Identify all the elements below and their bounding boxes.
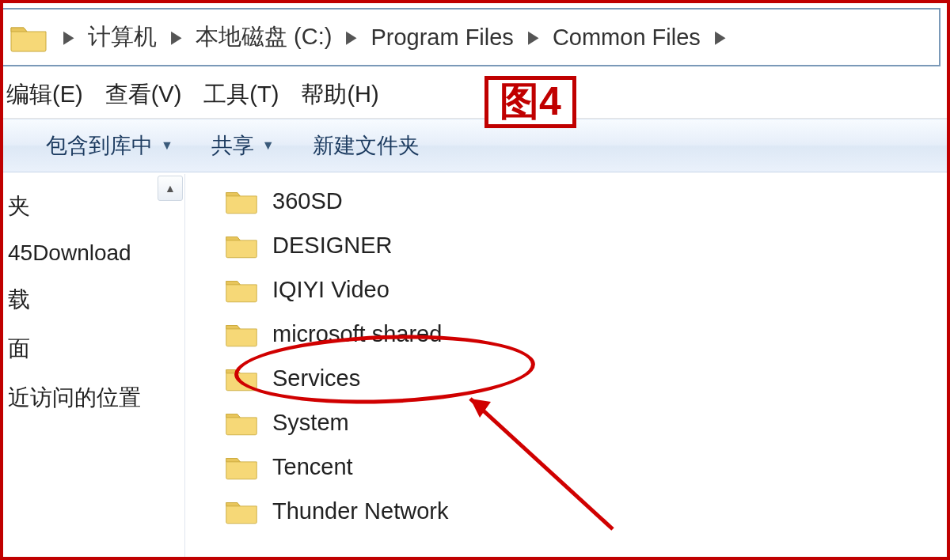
chevron-right-icon[interactable]: ▶ (63, 27, 74, 47)
folder-icon (10, 20, 48, 55)
folder-icon (225, 363, 258, 393)
folder-icon (225, 496, 258, 526)
folder-item[interactable]: Thunder Network (225, 489, 947, 533)
breadcrumb-item[interactable]: 计算机 (83, 21, 162, 53)
folder-name: 360SD (272, 188, 343, 214)
folder-name: Tencent (272, 454, 353, 480)
breadcrumb-item[interactable]: 本地磁盘 (C:) (191, 21, 336, 53)
sidebar-item[interactable]: 面 (3, 324, 184, 373)
menu-edit[interactable]: 编辑(E) (3, 74, 102, 115)
folder-name: microsoft shared (272, 321, 442, 347)
folder-item[interactable]: System (225, 400, 947, 445)
toolbar-label: 新建文件夹 (313, 131, 420, 160)
folder-name: System (272, 410, 349, 436)
breadcrumb-item[interactable]: Common Files (548, 25, 705, 51)
chevron-right-icon[interactable]: ▶ (715, 27, 726, 47)
chevron-right-icon[interactable]: ▶ (171, 27, 182, 47)
folder-icon (225, 319, 258, 349)
toolbar-label: 共享 (211, 131, 254, 160)
figure-label-annotation: 图4 (484, 76, 576, 128)
folder-icon (225, 274, 258, 305)
menu-tools[interactable]: 工具(T) (200, 74, 298, 115)
chevron-right-icon[interactable]: ▶ (528, 27, 539, 47)
folder-item[interactable]: microsoft shared (225, 312, 947, 356)
folder-icon (225, 452, 258, 482)
folder-name: Thunder Network (272, 498, 448, 524)
chevron-right-icon[interactable]: ▶ (346, 27, 357, 47)
folder-item[interactable]: DESIGNER (225, 223, 947, 267)
sidebar-item[interactable]: 载 (3, 275, 184, 324)
folder-icon (225, 230, 258, 260)
caret-down-icon: ▼ (161, 138, 173, 153)
sidebar-item[interactable]: 近访问的位置 (3, 373, 184, 422)
sidebar-item[interactable]: 45Download (3, 231, 184, 275)
folder-item[interactable]: Tencent (225, 445, 947, 489)
scroll-up-button[interactable]: ▲ (158, 176, 183, 201)
folder-item[interactable]: Services (225, 356, 947, 400)
caret-down-icon: ▼ (262, 138, 275, 153)
menu-help[interactable]: 帮助(H) (298, 74, 397, 115)
folder-name: Services (272, 365, 360, 392)
navigation-pane[interactable]: ▲ 夹 45Download 载 面 近访问的位置 (3, 174, 185, 557)
folder-item[interactable]: IQIYI Video (225, 267, 947, 312)
breadcrumb-item[interactable]: Program Files (366, 25, 519, 51)
address-bar[interactable]: ▶ 计算机 ▶ 本地磁盘 (C:) ▶ Program Files ▶ Comm… (3, 8, 940, 66)
menu-bar: 编辑(E) 查看(V) 工具(T) 帮助(H) (3, 71, 947, 119)
toolbar-include-in-library[interactable]: 包含到库中 ▼ (27, 128, 192, 163)
folder-item[interactable]: 360SD (225, 179, 947, 223)
toolbar-label: 包含到库中 (46, 131, 153, 160)
folder-icon (225, 186, 258, 216)
menu-view[interactable]: 查看(V) (102, 74, 201, 115)
folder-name: IQIYI Video (272, 277, 390, 303)
folder-icon (225, 407, 258, 437)
toolbar: 包含到库中 ▼ 共享 ▼ 新建文件夹 (3, 119, 947, 172)
file-list[interactable]: 360SD DESIGNER IQIYI Video microsoft sha… (185, 174, 947, 557)
folder-name: DESIGNER (272, 233, 392, 259)
toolbar-share[interactable]: 共享 ▼ (192, 128, 294, 163)
toolbar-new-folder[interactable]: 新建文件夹 (294, 128, 439, 163)
